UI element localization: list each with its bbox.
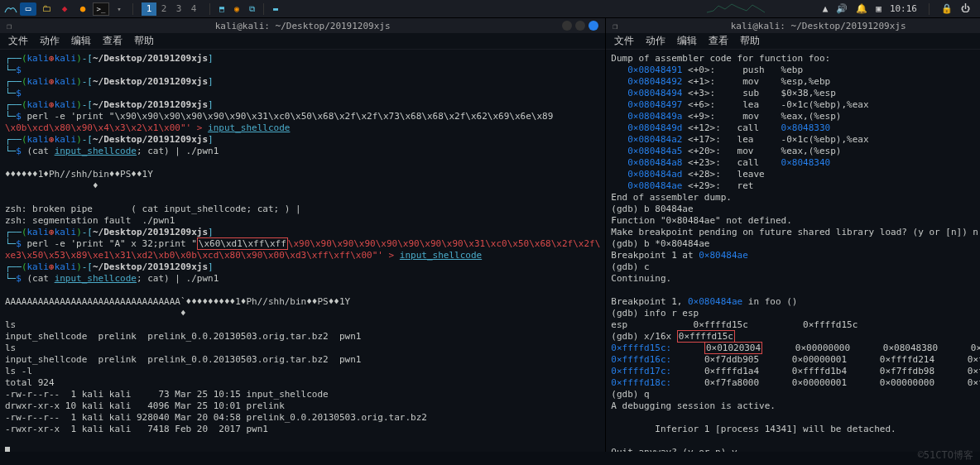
running-app-icon[interactable]: ⧉ <box>245 3 258 15</box>
workspace-2[interactable]: 2 <box>156 2 171 16</box>
cpu-graph <box>707 1 765 14</box>
running-folder-icon[interactable]: ▬ <box>269 3 282 15</box>
terminal-body-left[interactable]: ┌──(kali⊛kali)-[~/Desktop/20191209xjs] └… <box>0 50 605 452</box>
window-title: kali@kali: ~/Desktop/20191209xjs <box>215 21 391 31</box>
menu-view[interactable]: 查看 <box>103 34 122 48</box>
running-firefox-icon[interactable]: ◉ <box>230 3 243 15</box>
window-title: kali@kali: ~/Desktop/20191209xjs <box>731 21 906 31</box>
menubar-right: 文件 动作 编辑 查看 帮助 <box>606 33 980 50</box>
terminal-icon[interactable]: >_ <box>93 2 109 16</box>
minimize-button[interactable] <box>562 21 572 31</box>
dragon-logo-icon[interactable] <box>3 3 18 15</box>
taskbar: ▭ 🗀 ◆ ● >_ ▾ 1 2 3 4 ⬒ ◉ ⧉ ▬ ▲ 🔊 🔔 ▣ 10:… <box>0 0 980 18</box>
workspace-3[interactable]: 3 <box>171 2 186 16</box>
workspace-1[interactable]: 1 <box>142 2 156 16</box>
speaker-icon[interactable]: 🔊 <box>836 3 848 14</box>
maximize-button[interactable] <box>575 21 585 31</box>
close-button[interactable] <box>588 21 598 31</box>
volume-up-icon[interactable]: ▲ <box>823 3 829 14</box>
unmaximize-icon[interactable]: ❐ <box>7 22 12 31</box>
clock[interactable]: 10:16 <box>890 3 917 14</box>
power-icon[interactable]: ⏻ <box>961 3 970 14</box>
terminal-window-left: ❐ kali@kali: ~/Desktop/20191209xjs 文件 动作… <box>0 18 606 452</box>
files-icon[interactable]: ▭ <box>20 2 36 16</box>
unmaximize-icon[interactable]: ❐ <box>612 22 617 31</box>
recorder-icon[interactable]: ⬒ <box>215 3 228 15</box>
workspace-4[interactable]: 4 <box>186 2 201 16</box>
menu-help[interactable]: 帮助 <box>134 34 154 48</box>
menu-actions[interactable]: 动作 <box>40 34 60 48</box>
titlebar-left[interactable]: ❐ kali@kali: ~/Desktop/20191209xjs <box>0 18 605 33</box>
terminal-body-right[interactable]: Dump of assembler code for function foo:… <box>606 50 980 452</box>
lock-icon[interactable]: 🔒 <box>941 3 953 14</box>
chevron-down-icon[interactable]: ▾ <box>111 2 127 16</box>
battery-icon[interactable]: ▣ <box>876 3 882 14</box>
terminal-window-right: ❐ kali@kali: ~/Desktop/20191209xjs 文件 动作… <box>606 18 980 452</box>
menu-file[interactable]: 文件 <box>8 34 28 48</box>
folder-icon[interactable]: 🗀 <box>38 2 55 16</box>
menu-edit[interactable]: 编辑 <box>677 34 697 48</box>
menu-actions[interactable]: 动作 <box>646 34 665 48</box>
menu-file[interactable]: 文件 <box>614 34 634 48</box>
pdf-icon[interactable]: ◆ <box>56 2 73 16</box>
menu-help[interactable]: 帮助 <box>740 34 760 48</box>
menu-view[interactable]: 查看 <box>709 34 728 48</box>
titlebar-right[interactable]: ❐ kali@kali: ~/Desktop/20191209xjs <box>606 18 980 33</box>
workspace-switcher[interactable]: 1 2 3 4 <box>142 2 201 16</box>
watermark: ©51CTO博客 <box>918 448 973 463</box>
menu-edit[interactable]: 编辑 <box>71 34 91 48</box>
menubar-left: 文件 动作 编辑 查看 帮助 <box>0 33 605 50</box>
firefox-icon[interactable]: ● <box>74 2 91 16</box>
bell-icon[interactable]: 🔔 <box>856 3 867 14</box>
